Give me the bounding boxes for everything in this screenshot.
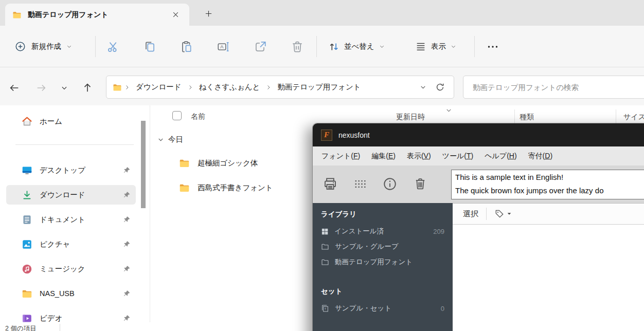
- new-tab-button[interactable]: [201, 7, 216, 20]
- back-button[interactable]: [7, 80, 22, 96]
- library-header: ライブラリ: [321, 210, 444, 219]
- set-pages-icon: T: [321, 304, 329, 312]
- toolbar-divider: [486, 208, 487, 220]
- sample-text-line1: This is a sample text in English!: [455, 171, 644, 184]
- chevron-right-icon: [265, 84, 272, 90]
- copy-button[interactable]: [139, 36, 160, 57]
- column-header-type[interactable]: 種類: [520, 113, 534, 122]
- download-icon: [22, 190, 32, 200]
- menu-view[interactable]: 表示(V): [401, 152, 437, 161]
- library-item-video-telop-fonts[interactable]: 動画テロップ用フォント: [321, 254, 444, 270]
- folder-icon: [22, 288, 32, 299]
- paste-icon: [180, 40, 193, 53]
- pin-icon: [123, 167, 131, 174]
- menu-donate[interactable]: 寄付(D): [523, 152, 558, 161]
- grid-view-button[interactable]: [349, 173, 371, 195]
- sample-text-input[interactable]: This is a sample text in English! The qu…: [451, 170, 644, 199]
- file-row-folder-1[interactable]: 超極細ゴシック体: [172, 153, 258, 173]
- search-box: [463, 76, 644, 99]
- arrow-right-icon: [35, 82, 47, 94]
- sets-header: セット: [321, 287, 444, 296]
- folder-icon: [179, 158, 190, 169]
- sidebar-item-downloads[interactable]: ダウンロード: [6, 185, 136, 205]
- arrow-up-icon: [82, 82, 93, 94]
- explorer-tab[interactable]: 動画テロップ用フォント: [5, 4, 189, 26]
- column-header-modified[interactable]: 更新日時: [396, 113, 425, 122]
- rename-button[interactable]: A: [213, 36, 234, 57]
- group-header-today[interactable]: 今日: [157, 135, 183, 144]
- select-all-checkbox[interactable]: [172, 111, 182, 120]
- view-label: 表示: [431, 42, 446, 51]
- folder-icon: [113, 83, 122, 92]
- delete-font-button[interactable]: [409, 173, 431, 195]
- ellipsis-icon: [487, 41, 499, 53]
- tab-close-button[interactable]: [169, 8, 182, 22]
- sidebar-item-desktop[interactable]: デスクトップ: [6, 160, 136, 180]
- breadcrumb-nexusfont-folder[interactable]: ねくさすふぉんと: [195, 80, 264, 94]
- select-button[interactable]: 選択: [463, 209, 478, 219]
- share-button[interactable]: [250, 36, 271, 57]
- view-button[interactable]: 表示: [410, 35, 461, 58]
- file-name: 西島式手書きフォント: [198, 183, 273, 193]
- column-header-name[interactable]: 名前: [191, 112, 205, 121]
- sidebar-item-label: ミュージック: [40, 264, 116, 274]
- divider: [474, 36, 475, 57]
- new-item-button[interactable]: 新規作成: [8, 35, 78, 58]
- sort-button[interactable]: 並べ替え: [323, 35, 390, 58]
- nexusfont-titlebar[interactable]: F nexusfont: [313, 123, 644, 146]
- library-item-installed[interactable]: インストール済 209: [321, 224, 444, 239]
- sidebar-separator: [15, 144, 134, 145]
- sidebar-item-documents[interactable]: ドキュメント: [6, 210, 136, 229]
- tab-title: 動画テロップ用フォント: [28, 10, 163, 20]
- info-button[interactable]: [379, 173, 401, 195]
- explorer-titlebar: 動画テロップ用フォント: [0, 0, 644, 26]
- menu-edit[interactable]: 編集(E): [366, 152, 401, 161]
- pictures-icon: [22, 239, 32, 250]
- cut-button[interactable]: [103, 36, 123, 57]
- library-item-sample-group[interactable]: サンプル・グループ: [321, 239, 444, 254]
- menu-font[interactable]: フォント(F): [316, 152, 366, 161]
- windows-logo-icon: [321, 228, 329, 235]
- paste-button[interactable]: [176, 36, 196, 57]
- sidebar-scrollbar-thumb[interactable]: [141, 121, 146, 208]
- sidebar-item-pictures[interactable]: ピクチャ: [6, 234, 136, 254]
- sidebar-item-music[interactable]: ミュージック: [6, 259, 136, 279]
- svg-text:T: T: [325, 307, 327, 310]
- trash-icon: [413, 177, 427, 191]
- set-item-sample-set[interactable]: T サンプル・セット 0: [321, 301, 444, 316]
- copy-icon: [143, 40, 156, 53]
- print-button[interactable]: [319, 173, 341, 195]
- address-box[interactable]: ダウンロード ねくさすふぉんと 動画テロップ用フォント: [106, 76, 454, 99]
- divider: [95, 36, 96, 57]
- recent-locations-button[interactable]: [57, 80, 72, 96]
- sidebar-item-nas-usb[interactable]: NAS_USB: [6, 284, 136, 303]
- grid-dots-icon: [353, 177, 367, 191]
- file-row-folder-2[interactable]: 西島式手書きフォント: [172, 177, 273, 198]
- menu-tools[interactable]: ツール(T): [437, 152, 479, 161]
- chevron-down-small-icon: [507, 211, 512, 216]
- folder-icon: [179, 182, 190, 193]
- info-icon: [382, 176, 398, 192]
- document-icon: [22, 214, 32, 225]
- column-header-size[interactable]: サイズ: [623, 113, 644, 122]
- forward-button[interactable]: [33, 80, 49, 96]
- rename-icon: A: [217, 40, 230, 53]
- window-title: nexusfont: [338, 131, 370, 139]
- refresh-icon: [435, 82, 445, 92]
- library-item-label: 動画テロップ用フォント: [335, 258, 444, 267]
- sidebar-item-label: ピクチャ: [40, 240, 116, 249]
- menu-help[interactable]: ヘルプ(H): [479, 152, 522, 161]
- sort-arrows-icon: [328, 41, 339, 52]
- address-dropdown-button[interactable]: [416, 80, 430, 95]
- breadcrumb-current-folder[interactable]: 動画テロップ用フォント: [274, 80, 364, 94]
- search-input[interactable]: [473, 83, 643, 91]
- refresh-button[interactable]: [432, 80, 448, 95]
- up-button[interactable]: [80, 80, 95, 96]
- tag-filter-button[interactable]: [494, 209, 512, 219]
- breadcrumb-downloads[interactable]: ダウンロード: [132, 80, 185, 94]
- delete-button[interactable]: [287, 36, 308, 57]
- chevron-down-icon: [379, 44, 385, 49]
- sidebar-item-home[interactable]: ホーム: [6, 112, 136, 131]
- more-options-button[interactable]: [482, 36, 503, 57]
- chevron-down-icon: [61, 84, 68, 91]
